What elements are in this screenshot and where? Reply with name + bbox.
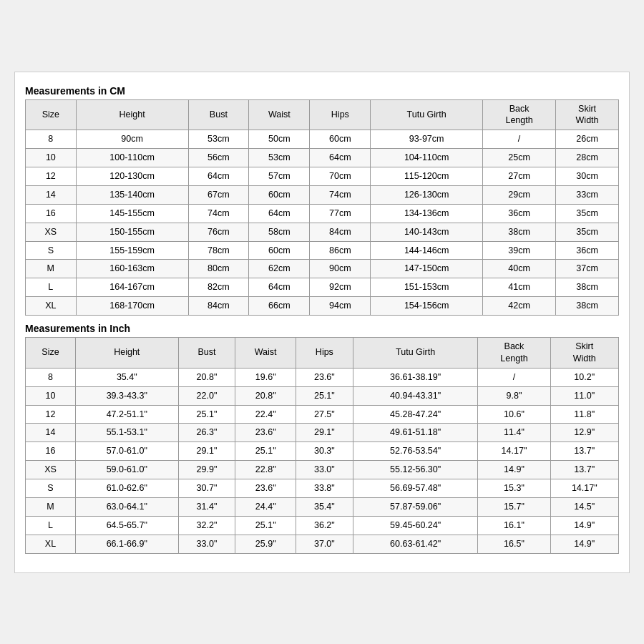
table-cell: 60cm — [249, 185, 310, 204]
table-cell: 10 — [26, 386, 76, 405]
table-cell: 90cm — [310, 260, 371, 278]
table-cell: 78cm — [188, 241, 249, 260]
table-cell: 29.1" — [178, 442, 235, 461]
col-header-3: Waist — [249, 99, 310, 130]
table-cell: 11.8" — [550, 405, 619, 424]
col-header-2: Bust — [188, 99, 249, 130]
table-cell: 23.6" — [235, 479, 296, 498]
table-cell: 36cm — [483, 204, 556, 223]
table-cell: 25.9" — [235, 535, 296, 553]
table-cell: 12 — [26, 405, 76, 424]
table-cell: 53cm — [188, 130, 249, 149]
table-cell: 36.61-38.19" — [353, 368, 478, 386]
table-cell: 29cm — [483, 185, 556, 204]
table-cell: 30cm — [556, 167, 619, 186]
table-cell: 120-130cm — [76, 167, 188, 186]
measurements-table-1: SizeHeightBustWaistHipsTutu GirthBackLen… — [25, 337, 619, 554]
table-row: XS150-155cm76cm58cm84cm140-143cm38cm35cm — [26, 223, 619, 241]
table-cell: 20.8" — [178, 368, 235, 386]
table-row: XS59.0-61.0"29.9"22.8"33.0"55.12-56.30"1… — [26, 461, 619, 479]
table-cell: 84cm — [188, 297, 249, 316]
table-cell: 16 — [26, 442, 76, 461]
table-row: 10100-110cm56cm53cm64cm104-110cm25cm28cm — [26, 149, 619, 167]
table-cell: 41cm — [483, 278, 556, 297]
table-cell: 33.0" — [296, 461, 353, 479]
table-cell: 50cm — [249, 130, 310, 149]
table-cell: 8 — [26, 130, 77, 149]
table-cell: 154-156cm — [371, 297, 483, 316]
table-cell: XL — [26, 297, 77, 316]
table-cell: 64cm — [249, 204, 310, 223]
table-cell: 15.3" — [478, 479, 550, 498]
table-cell: 64cm — [249, 278, 310, 297]
table-cell: 60cm — [249, 241, 310, 260]
table-cell: 40cm — [483, 260, 556, 278]
table-cell: 13.7" — [550, 442, 619, 461]
table-cell: 76cm — [188, 223, 249, 241]
table-cell: 93-97cm — [371, 130, 483, 149]
table-cell: 55.1-53.1" — [75, 424, 178, 442]
table-cell: 26.3" — [178, 424, 235, 442]
table-cell: 57.0-61.0" — [75, 442, 178, 461]
table-cell: XL — [26, 535, 76, 553]
main-container: Measurements in CMSizeHeightBustWaistHip… — [14, 72, 630, 573]
table-cell: 47.2-51.1" — [75, 405, 178, 424]
table-cell: 14.9" — [550, 535, 619, 553]
table-cell: 104-110cm — [371, 149, 483, 167]
table-row: XL168-170cm84cm66cm94cm154-156cm42cm38cm — [26, 297, 619, 316]
table-cell: XS — [26, 461, 76, 479]
table-cell: 62cm — [249, 260, 310, 278]
table-cell: 64cm — [310, 149, 371, 167]
table-cell: 25.1" — [178, 405, 235, 424]
col-header-1: Height — [75, 338, 178, 369]
table-cell: 33cm — [556, 185, 619, 204]
col-header-3: Waist — [235, 338, 296, 369]
table-cell: 90cm — [76, 130, 188, 149]
table-cell: 60cm — [310, 130, 371, 149]
table-cell: 31.4" — [178, 497, 235, 516]
table-cell: 64cm — [188, 167, 249, 186]
table-cell: 33.0" — [178, 535, 235, 553]
table-row: 1455.1-53.1"26.3"23.6"29.1"49.61-51.18"1… — [26, 424, 619, 442]
table-cell: 49.61-51.18" — [353, 424, 478, 442]
table-cell: 19.6" — [235, 368, 296, 386]
table-row: 1657.0-61.0"29.1"25.1"30.3"52.76-53.54"1… — [26, 442, 619, 461]
table-cell: 33.8" — [296, 479, 353, 498]
col-header-6: BackLength — [478, 338, 550, 369]
table-cell: 67cm — [188, 185, 249, 204]
table-cell: 27.5" — [296, 405, 353, 424]
table-cell: 14.9" — [550, 516, 619, 535]
table-cell: 25.1" — [296, 386, 353, 405]
section-title-1: Measurements in Inch — [25, 323, 619, 334]
table-cell: 58cm — [249, 223, 310, 241]
table-cell: 12.9" — [550, 424, 619, 442]
table-cell: 61.0-62.6" — [75, 479, 178, 498]
table-cell: 37.0" — [296, 535, 353, 553]
table-cell: 56.69-57.48" — [353, 479, 478, 498]
table-cell: 147-150cm — [371, 260, 483, 278]
table-cell: 23.6" — [296, 368, 353, 386]
table-cell: 37cm — [556, 260, 619, 278]
table-cell: 10.6" — [478, 405, 550, 424]
table-cell: 27cm — [483, 167, 556, 186]
table-cell: 82cm — [188, 278, 249, 297]
table-cell: 135-140cm — [76, 185, 188, 204]
table-cell: M — [26, 260, 77, 278]
table-cell: 55.12-56.30" — [353, 461, 478, 479]
table-cell: 35cm — [556, 204, 619, 223]
table-cell: 134-136cm — [371, 204, 483, 223]
table-cell: 53cm — [249, 149, 310, 167]
table-cell: 57.87-59.06" — [353, 497, 478, 516]
table-cell: 115-120cm — [371, 167, 483, 186]
col-header-7: SkirtWidth — [556, 99, 619, 130]
table-cell: L — [26, 278, 77, 297]
table-row: 890cm53cm50cm60cm93-97cm/26cm — [26, 130, 619, 149]
col-header-0: Size — [26, 338, 76, 369]
table-cell: 70cm — [310, 167, 371, 186]
table-cell: 25.1" — [235, 442, 296, 461]
table-cell: 16 — [26, 204, 77, 223]
table-cell: 22.0" — [178, 386, 235, 405]
table-cell: 164-167cm — [76, 278, 188, 297]
table-cell: 56cm — [188, 149, 249, 167]
table-cell: 40.94-43.31" — [353, 386, 478, 405]
